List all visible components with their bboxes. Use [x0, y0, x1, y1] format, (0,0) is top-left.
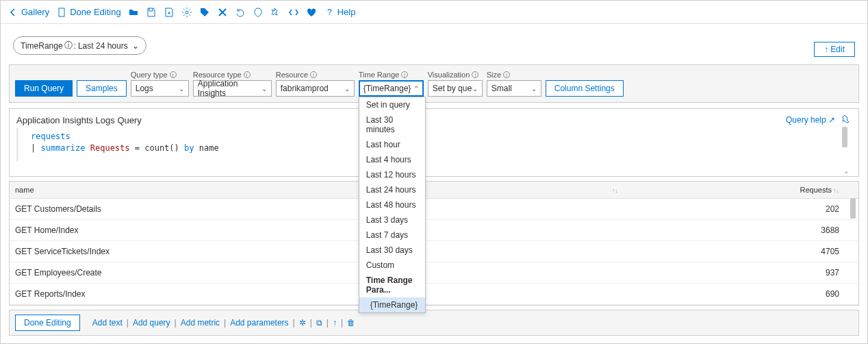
- dropdown-option[interactable]: Last 30 days: [359, 243, 425, 258]
- time-range-parameter-pill[interactable]: TimeRange ⓘ : Last 24 hours ⌄: [13, 36, 146, 55]
- scrollbar-thumb[interactable]: [842, 127, 847, 147]
- table-row[interactable]: GET Customers/Details202: [10, 199, 858, 220]
- dropdown-option[interactable]: Last hour: [359, 137, 425, 152]
- column-settings-button[interactable]: Column Settings: [546, 80, 624, 97]
- dropdown-option[interactable]: Last 48 hours: [359, 197, 425, 212]
- close-x-icon[interactable]: [217, 7, 228, 18]
- copy-icon[interactable]: ⧉: [316, 318, 322, 328]
- chevron-down-icon: ⌄: [531, 85, 537, 93]
- column-header-requests[interactable]: Requests↑↓: [776, 182, 845, 199]
- pill-value: Last 24 hours: [78, 41, 128, 51]
- dropdown-section-header: Time Range Para...: [359, 273, 425, 297]
- query-editor: Application Insights Logs Query Query he…: [9, 108, 859, 177]
- settings-icon[interactable]: ✲: [299, 318, 306, 328]
- size-select[interactable]: Small⌄: [487, 80, 541, 97]
- resource-label: Resource: [276, 71, 308, 79]
- chevron-down-icon: ⌄: [472, 85, 478, 93]
- dropdown-option[interactable]: Last 30 minutes: [359, 112, 425, 137]
- time-range-label: Time Range: [359, 71, 400, 79]
- chevron-down-icon: ⌄: [261, 85, 267, 93]
- resource-type-label: Resource type: [193, 71, 242, 79]
- svg-rect-0: [59, 8, 64, 16]
- chevron-down-icon: ⌄: [344, 85, 350, 93]
- dropdown-option[interactable]: Last 4 hours: [359, 152, 425, 167]
- chevron-down-icon[interactable]: ⌄: [843, 167, 849, 175]
- info-icon: i: [310, 71, 317, 78]
- dropdown-option[interactable]: Last 3 days: [359, 212, 425, 228]
- gallery-link[interactable]: Gallery: [8, 7, 49, 18]
- done-editing-label: Done Editing: [70, 7, 120, 17]
- save-as-icon[interactable]: [164, 7, 175, 18]
- info-icon: i: [244, 71, 251, 78]
- svg-text:?: ?: [327, 8, 332, 17]
- dropdown-option[interactable]: Last 7 days: [359, 228, 425, 243]
- add-query-link[interactable]: Add query: [133, 318, 170, 328]
- chevron-down-icon: ⌄: [132, 41, 139, 51]
- help-label: Help: [337, 7, 356, 17]
- top-toolbar: Gallery Done Editing ? Help: [1, 1, 867, 24]
- resource-select[interactable]: fabrikamprod⌄: [276, 80, 355, 97]
- visualization-select[interactable]: Set by query⌄: [428, 80, 483, 97]
- edit-button[interactable]: ↑ Edit: [814, 42, 855, 57]
- cell-requests: 690: [776, 284, 845, 305]
- info-icon: i: [503, 71, 510, 78]
- query-help-link[interactable]: Query help ↗: [786, 115, 835, 125]
- query-title: Application Insights Logs Query: [16, 115, 142, 125]
- save-icon[interactable]: [146, 7, 157, 18]
- undo-icon[interactable]: [235, 7, 246, 18]
- time-range-dropdown: Set in queryLast 30 minutesLast hourLast…: [359, 97, 426, 313]
- column-header-name[interactable]: name: [10, 182, 605, 199]
- scrollbar-thumb[interactable]: [850, 198, 856, 219]
- folder-icon[interactable]: [128, 7, 139, 18]
- cell-requests: 202: [776, 199, 845, 220]
- chevron-down-icon: ⌄: [179, 85, 184, 93]
- done-editing-link[interactable]: Done Editing: [56, 7, 120, 18]
- chevron-up-icon: ⌃: [413, 85, 419, 93]
- sort-icon: ↑↓: [833, 187, 839, 194]
- size-label: Size: [487, 71, 501, 79]
- add-text-link[interactable]: Add text: [92, 318, 123, 328]
- svg-point-1: [186, 11, 188, 14]
- dropdown-option[interactable]: Custom: [359, 258, 425, 273]
- tag-icon[interactable]: [199, 7, 210, 18]
- settings-gear-icon[interactable]: [181, 7, 192, 18]
- time-range-select[interactable]: {TimeRange}⌃: [359, 80, 424, 97]
- dropdown-option-selected[interactable]: {TimeRange}: [359, 297, 425, 312]
- document-icon: [56, 7, 67, 18]
- resource-type-select[interactable]: Application Insights⌄: [193, 80, 272, 97]
- help-link[interactable]: ? Help: [324, 7, 356, 18]
- table-row[interactable]: GET ServiceTickets/Index4705: [10, 241, 858, 262]
- table-row[interactable]: GET Employees/Create937: [10, 262, 858, 284]
- gallery-label: Gallery: [21, 7, 49, 17]
- info-icon: i: [170, 71, 177, 78]
- query-type-label: Query type: [131, 71, 168, 79]
- query-code[interactable]: requests | summarize Requests = count() …: [16, 128, 858, 161]
- footer-done-editing-button[interactable]: Done Editing: [15, 315, 80, 331]
- cell-requests: 3688: [776, 220, 845, 241]
- back-arrow-icon: [8, 7, 18, 18]
- query-type-select[interactable]: Logs⌄: [131, 80, 189, 97]
- delete-icon[interactable]: 🗑: [347, 318, 355, 328]
- code-icon[interactable]: [288, 7, 299, 18]
- dropdown-option[interactable]: Set in query: [359, 97, 425, 112]
- results-table: name ↑↓ Requests↑↓ GET Customers/Details…: [9, 181, 859, 306]
- dropdown-option[interactable]: Last 12 hours: [359, 167, 425, 182]
- visualization-label: Visualization: [428, 71, 470, 79]
- table-row[interactable]: GET Reports/Index690: [10, 284, 858, 305]
- style-icon[interactable]: [253, 7, 264, 18]
- samples-button[interactable]: Samples: [77, 80, 127, 97]
- heart-icon[interactable]: [306, 7, 317, 18]
- table-row[interactable]: GET Home/Index3688: [10, 220, 858, 241]
- query-controls-panel: Run Query Samples Query typei Logs⌄ Reso…: [9, 64, 859, 103]
- footer-bar: Done Editing Add text | Add query | Add …: [9, 310, 859, 336]
- dropdown-option[interactable]: Last 24 hours: [359, 182, 425, 197]
- add-metric-link[interactable]: Add metric: [181, 318, 220, 328]
- run-query-button[interactable]: Run Query: [15, 80, 73, 97]
- info-icon: i: [401, 71, 408, 78]
- pin-icon[interactable]: [270, 7, 281, 18]
- sort-icon[interactable]: ↑↓: [612, 187, 618, 194]
- move-up-icon[interactable]: ↑: [333, 318, 337, 328]
- pill-info-icon: ⓘ: [64, 40, 73, 51]
- pill-name: TimeRange: [21, 41, 63, 51]
- add-parameters-link[interactable]: Add parameters: [230, 318, 288, 328]
